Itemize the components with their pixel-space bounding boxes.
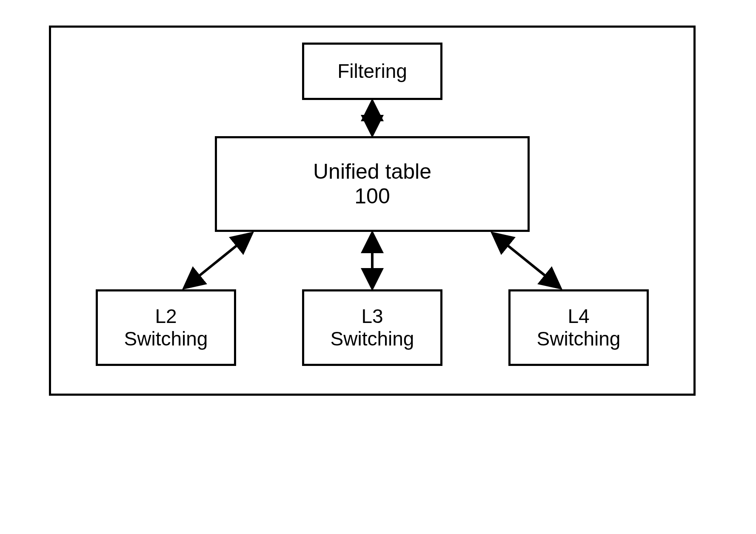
l3-line2: Switching <box>331 328 414 350</box>
l4-line1: L4 <box>568 305 589 328</box>
unified-table-label: Unified table <box>313 160 431 184</box>
l2-line1: L2 <box>155 305 177 328</box>
l3-line1: L3 <box>361 305 383 328</box>
l2-line2: Switching <box>124 328 208 350</box>
filtering-label: Filtering <box>337 60 407 83</box>
unified-table-box: Unified table 100 <box>215 136 530 232</box>
filtering-box: Filtering <box>302 43 442 100</box>
diagram-canvas: Filtering Unified table 100 L2 Switching… <box>0 0 756 534</box>
l4-line2: Switching <box>537 328 621 350</box>
l4-switching-box: L4 Switching <box>508 289 649 366</box>
l2-switching-box: L2 Switching <box>96 289 236 366</box>
l3-switching-box: L3 Switching <box>302 289 442 366</box>
unified-table-number: 100 <box>354 184 390 209</box>
